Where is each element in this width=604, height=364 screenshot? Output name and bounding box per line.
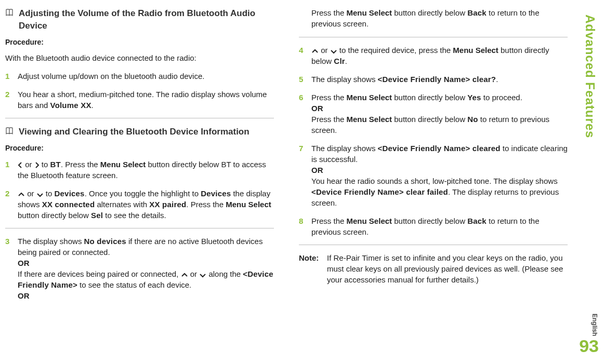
ui-label: <Device Friendly Name> cleared bbox=[378, 144, 501, 153]
step: 1Adjust volume up/down on the bluetooth … bbox=[5, 71, 274, 82]
step-list: 4 or to the required device, press the M… bbox=[299, 45, 568, 237]
step-number: 1 bbox=[5, 159, 15, 170]
continuation-text: Press the Menu Select button directly be… bbox=[311, 7, 568, 29]
step-body: The display shows <Device Friendly Name>… bbox=[311, 74, 568, 85]
step-number: 7 bbox=[299, 143, 308, 154]
bold-text: Menu Select bbox=[347, 8, 392, 17]
step-body: The display shows No devices if there ar… bbox=[18, 236, 274, 301]
step-number: 8 bbox=[299, 215, 308, 226]
procedure-label: Procedure: bbox=[5, 37, 274, 48]
divider bbox=[5, 118, 274, 118]
bold-text: Menu Select bbox=[100, 160, 146, 169]
ui-label: Sel bbox=[91, 211, 103, 220]
step-number: 2 bbox=[5, 188, 15, 199]
ui-label: Devices bbox=[55, 189, 85, 198]
ui-label: Volume XX bbox=[50, 101, 91, 110]
ui-label: Clr bbox=[334, 57, 345, 65]
step: 4 or to the required device, press the M… bbox=[299, 45, 568, 66]
page-number: 93 bbox=[579, 334, 599, 359]
language-tag: English bbox=[590, 314, 599, 336]
nav-left-caret-icon bbox=[18, 162, 23, 168]
step-number: 4 bbox=[299, 45, 308, 56]
ui-label: XX connected bbox=[42, 200, 95, 209]
nav-down-caret-icon bbox=[199, 273, 206, 278]
divider bbox=[5, 228, 274, 228]
step-number: 2 bbox=[5, 89, 15, 100]
ui-label: Yes bbox=[467, 93, 481, 102]
bold-text: Menu Select bbox=[347, 115, 392, 124]
step-body: or to Devices. Once you toggle the highl… bbox=[18, 188, 274, 221]
intro-text: With the Bluetooth audio device connecte… bbox=[5, 52, 274, 63]
bold-text: Menu Select bbox=[453, 46, 498, 55]
step-body: Adjust volume up/down on the bluetooth a… bbox=[18, 71, 274, 82]
ui-label: Devices bbox=[201, 189, 231, 198]
step-body: Press the Menu Select button directly be… bbox=[311, 215, 568, 237]
step-list: 1 or to BT. Press the Menu Select button… bbox=[5, 159, 274, 301]
step-number: 1 bbox=[5, 71, 15, 82]
bold-text: OR bbox=[311, 166, 323, 174]
step-body: The display shows <Device Friendly Name>… bbox=[311, 143, 568, 208]
step-body: or to the required device, press the Men… bbox=[311, 45, 568, 66]
divider bbox=[299, 245, 568, 245]
step: 7The display shows <Device Friendly Name… bbox=[299, 143, 568, 208]
step-body: or to BT. Press the Menu Select button d… bbox=[18, 159, 274, 181]
ui-label: <Device Friendly Name> bbox=[18, 269, 273, 289]
step-list: 1Adjust volume up/down on the bluetooth … bbox=[5, 71, 274, 111]
step-number: 5 bbox=[299, 74, 308, 85]
nav-up-caret-icon bbox=[18, 192, 25, 197]
side-tab-label: Advanced Features bbox=[581, 15, 599, 138]
left-column: Adjusting the Volume of the Radio from B… bbox=[5, 5, 274, 308]
bold-text: Menu Select bbox=[347, 93, 392, 102]
step: 2You hear a short, medium-pitched tone. … bbox=[5, 89, 274, 111]
bold-text: OR bbox=[18, 259, 30, 267]
bold-text: OR bbox=[18, 291, 30, 300]
section-title-text: Adjusting the Volume of the Radio from B… bbox=[19, 7, 274, 32]
book-icon bbox=[5, 8, 15, 17]
section-title: Viewing and Clearing the Bluetooth Devic… bbox=[5, 126, 274, 138]
ui-label: <Device Friendly Name> clear failed bbox=[311, 187, 448, 196]
step-body: You hear a short, medium-pitched tone. T… bbox=[18, 89, 274, 111]
note-body: If Re-Pair Timer is set to infinite and … bbox=[327, 252, 568, 285]
nav-down-caret-icon bbox=[330, 49, 337, 54]
nav-right-caret-icon bbox=[34, 162, 40, 168]
step-number: 6 bbox=[299, 92, 308, 103]
ui-label: No bbox=[467, 115, 478, 124]
step: 6Press the Menu Select button directly b… bbox=[299, 92, 568, 136]
ui-label: <Device Friendly Name> clear? bbox=[378, 75, 496, 84]
section-title-text: Viewing and Clearing the Bluetooth Devic… bbox=[19, 126, 250, 138]
nav-up-caret-icon bbox=[181, 273, 188, 278]
nav-up-caret-icon bbox=[311, 49, 319, 54]
step: 5The display shows <Device Friendly Name… bbox=[299, 74, 568, 85]
step: 8Press the Menu Select button directly b… bbox=[299, 215, 568, 237]
ui-label: Back bbox=[467, 217, 487, 225]
step: 3The display shows No devices if there a… bbox=[5, 236, 274, 301]
bold-text: Menu Select bbox=[347, 217, 392, 225]
procedure-label: Procedure: bbox=[5, 143, 274, 154]
bold-text: OR bbox=[311, 104, 323, 113]
bold-text: Menu Select bbox=[226, 200, 271, 209]
ui-label: No devices bbox=[84, 237, 126, 246]
step: 1 or to BT. Press the Menu Select button… bbox=[5, 159, 274, 181]
manual-page: Advanced Features English 93 Adjusting t… bbox=[0, 0, 604, 364]
book-icon bbox=[5, 127, 15, 135]
step-body: Press the Menu Select button directly be… bbox=[311, 92, 568, 136]
ui-label: BT bbox=[50, 160, 61, 169]
nav-down-caret-icon bbox=[36, 192, 44, 197]
right-column: Press the Menu Select button directly be… bbox=[299, 5, 568, 308]
step: 2 or to Devices. Once you toggle the hig… bbox=[5, 188, 274, 221]
ui-label: XX paired bbox=[149, 200, 186, 209]
section-title: Adjusting the Volume of the Radio from B… bbox=[5, 7, 274, 32]
ui-label: Back bbox=[467, 8, 487, 17]
divider bbox=[299, 37, 568, 37]
note-label: Note: bbox=[299, 252, 327, 263]
note: Note: If Re-Pair Timer is set to infinit… bbox=[299, 252, 568, 285]
step-number: 3 bbox=[5, 236, 15, 247]
